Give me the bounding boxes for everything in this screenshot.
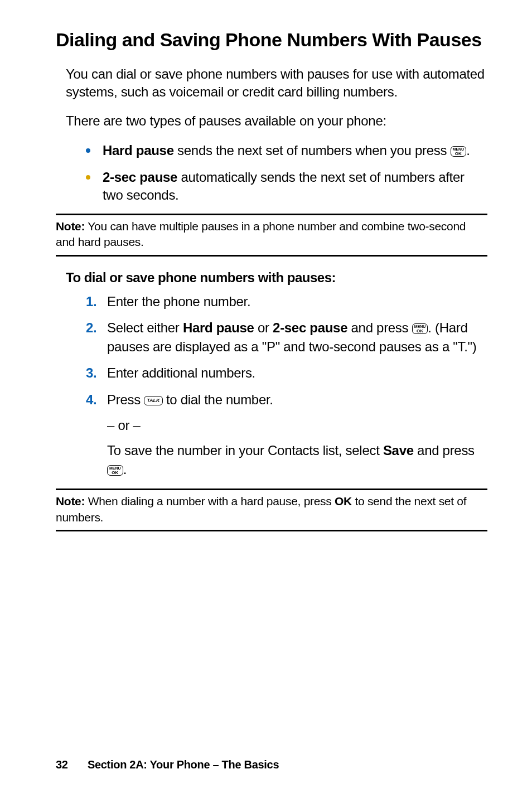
hard-pause-end: . (466, 143, 470, 158)
step-or: – or – (107, 416, 487, 435)
note-label: Note: (56, 495, 85, 507)
step-2: 2. Select either Hard pause or 2-sec pau… (86, 318, 487, 356)
step-text-pre: Press (107, 392, 144, 407)
step-number: 1. (86, 292, 96, 311)
procedure-heading: To dial or save phone numbers with pause… (66, 270, 487, 286)
pause-types-list: Hard pause sends the next set of numbers… (56, 142, 487, 205)
page-number: 32 (56, 758, 68, 771)
talk-icon: TALK (144, 396, 162, 405)
note-hard-pause-ok: Note: When dialing a number with a hard … (56, 489, 487, 531)
step-number: 3. (86, 364, 96, 383)
step-3: 3. Enter additional numbers. (86, 364, 487, 383)
step-save-mid: and press (414, 443, 475, 458)
step-text-after: and press (347, 320, 412, 335)
hard-pause-text: sends the next set of numbers when you p… (174, 143, 451, 158)
step-text-after: to dial the number. (163, 392, 273, 407)
page-root: Dialing and Saving Phone Numbers With Pa… (0, 0, 532, 798)
step-bold-2sec: 2-sec pause (273, 320, 347, 335)
note-text: You can have multiple pauses in a phone … (56, 220, 466, 248)
step-save-end: . (123, 462, 127, 477)
step-text: Enter additional numbers. (107, 365, 255, 380)
menu-ok-icon: MENUOK (412, 323, 428, 334)
hard-pause-bullet: Hard pause sends the next set of numbers… (86, 142, 487, 159)
note-text-a: When dialing a number with a hard pause,… (85, 495, 335, 507)
step-number: 4. (86, 390, 96, 409)
section-label: Section 2A: Your Phone – The Basics (88, 758, 279, 771)
step-save-pre: To save the number in your Contacts list… (107, 443, 383, 458)
page-footer: 32 Section 2A: Your Phone – The Basics (56, 758, 279, 771)
step-text-mid: or (254, 320, 273, 335)
note-label: Note: (56, 220, 85, 233)
step-save-bold: Save (383, 443, 414, 458)
intro-paragraph: You can dial or save phone numbers with … (66, 65, 487, 101)
step-text: Enter the phone number. (107, 294, 250, 309)
step-4: 4. Press TALK to dial the number. – or –… (86, 390, 487, 478)
two-sec-pause-bullet: 2-sec pause automatically sends the next… (86, 168, 487, 205)
procedure-steps: 1. Enter the phone number. 2. Select eit… (56, 292, 487, 479)
note-multiple-pauses: Note: You can have multiple pauses in a … (56, 214, 487, 257)
step-text-pre: Select either (107, 320, 183, 335)
page-title: Dialing and Saving Phone Numbers With Pa… (56, 28, 487, 52)
menu-ok-icon: MENUOK (451, 146, 467, 157)
two-sec-pause-label: 2-sec pause (103, 170, 177, 185)
step-save: To save the number in your Contacts list… (107, 441, 487, 478)
hard-pause-label: Hard pause (103, 143, 174, 158)
step-bold-hard: Hard pause (183, 320, 254, 335)
menu-ok-icon: MENUOK (107, 465, 123, 476)
step-number: 2. (86, 318, 96, 337)
step-1: 1. Enter the phone number. (86, 292, 487, 311)
note-ok: OK (335, 495, 352, 507)
types-paragraph: There are two types of pauses available … (66, 112, 487, 130)
